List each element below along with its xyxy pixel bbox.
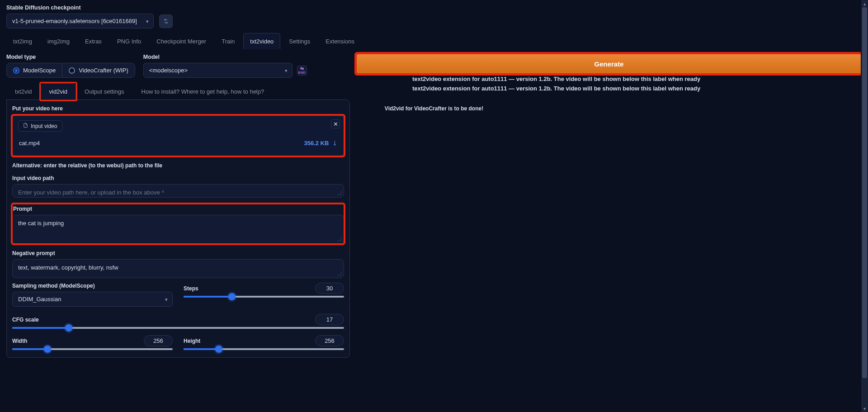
put-video-label: Put your video here (12, 105, 63, 112)
download-icon: ⤓ (330, 140, 337, 147)
vertical-scrollbar[interactable]: ▴ ▾ (861, 0, 868, 412)
steps-label: Steps (184, 285, 198, 292)
scrollbar-thumb[interactable] (862, 7, 867, 378)
arrows-icon: ⇆ (300, 66, 304, 71)
file-size-text: 356.2 KB (304, 140, 329, 147)
prompt-field[interactable]: the cat is jumping (12, 215, 344, 244)
resize-handle-icon[interactable] (337, 237, 341, 241)
chevron-down-icon: ▾ (285, 67, 288, 73)
vid2vid-panel: Put your video here Vid2vid for VideoCra… (6, 99, 350, 358)
model-type-label: Model type (6, 54, 135, 60)
model-value: <modelscope> (149, 67, 188, 74)
model-type-option-label: VideoCrafter (WIP) (79, 67, 128, 74)
tab-settings[interactable]: Settings (282, 33, 317, 49)
scroll-down-button[interactable]: ▾ (861, 405, 868, 412)
send-to-end-button[interactable]: ⇆ END (297, 66, 307, 76)
status-message: text2video extension for auto1111 — vers… (412, 85, 862, 92)
input-video-path-field[interactable]: Enter your video path here, or upload in… (12, 184, 344, 198)
scroll-up-button[interactable]: ▴ (861, 0, 868, 7)
chevron-down-icon: ▾ (146, 18, 149, 24)
sub-tabs: txt2vid vid2vid Output settings How to i… (6, 83, 350, 99)
model-type-segmented: ModelScope VideoCrafter (WIP) (6, 63, 135, 78)
chevron-down-icon: ▾ (165, 296, 168, 302)
cfg-scale-label: CFG scale (12, 317, 39, 323)
model-label: Model (143, 54, 350, 60)
subtab-output-settings[interactable]: Output settings (76, 83, 132, 99)
radio-icon (69, 67, 75, 74)
subtab-help[interactable]: How to install? Where to get help, how t… (133, 83, 273, 99)
tab-txt2img[interactable]: txt2img (6, 33, 39, 49)
model-type-option-label: ModelScope (23, 67, 56, 74)
input-video-filename: cat.mp4 (19, 140, 40, 147)
status-message: text2video extension for auto1111 — vers… (412, 76, 862, 82)
width-value-box[interactable]: 256 (144, 335, 173, 346)
alternative-path-label: Alternative: enter the relative (to the … (12, 162, 344, 169)
height-label: Height (184, 338, 200, 344)
model-type-option-videocrafter[interactable]: VideoCrafter (WIP) (62, 63, 135, 77)
main-tabs: txt2img img2img Extras PNG Info Checkpoi… (0, 30, 868, 49)
end-label: END (298, 71, 306, 74)
subtab-txt2vid[interactable]: txt2vid (6, 83, 41, 99)
tab-checkpoint-merger[interactable]: Checkpoint Merger (150, 33, 213, 49)
document-icon (23, 123, 28, 129)
checkpoint-label: Stable Diffusion checkpoint (6, 5, 862, 11)
radio-checked-icon (13, 67, 19, 74)
sampling-method-label: Sampling method (ModelScope) (12, 283, 173, 289)
tab-img2img[interactable]: img2img (41, 33, 76, 49)
input-video-tag-label: Input video (31, 123, 57, 129)
model-select[interactable]: <modelscope> ▾ (143, 63, 292, 78)
height-value-box[interactable]: 256 (315, 335, 344, 346)
sampling-method-value: DDIM_Gaussian (18, 296, 61, 303)
input-video-filesize[interactable]: 356.2 KB ⤓ (304, 140, 337, 147)
steps-value-box[interactable]: 30 (315, 283, 344, 294)
checkpoint-select[interactable]: v1-5-pruned-emaonly.safetensors [6ce0161… (6, 14, 154, 28)
generate-button[interactable]: Generate (356, 54, 862, 74)
refresh-checkpoint-button[interactable] (159, 14, 173, 28)
resize-handle-icon[interactable] (337, 271, 341, 275)
negative-prompt-field[interactable]: text, watermark, copyright, blurry, nsfw (12, 259, 344, 278)
close-icon: ✕ (333, 121, 338, 128)
vid2vid-note: Vid2vid for VideoCrafter is to be done! (385, 105, 483, 112)
cfg-scale-value-box[interactable]: 17 (315, 314, 344, 325)
width-label: Width (12, 338, 27, 344)
model-type-option-modelscope[interactable]: ModelScope (7, 63, 62, 77)
tab-extras[interactable]: Extras (78, 33, 108, 49)
checkpoint-value: v1-5-pruned-emaonly.safetensors [6ce0161… (12, 18, 137, 24)
input-video-tag: Input video (18, 120, 62, 132)
tab-png-info[interactable]: PNG Info (110, 33, 148, 49)
clear-input-video-button[interactable]: ✕ (331, 119, 340, 128)
swap-icon (162, 18, 170, 25)
tab-train[interactable]: Train (215, 33, 241, 49)
input-video-path-label: Input video path (12, 175, 344, 181)
resize-handle-icon[interactable] (337, 190, 341, 195)
input-video-dropzone[interactable]: Input video ✕ cat.mp4 356.2 KB ⤓ (12, 115, 344, 156)
sampling-method-select[interactable]: DDIM_Gaussian ▾ (12, 292, 173, 307)
negative-prompt-label: Negative prompt (12, 250, 344, 256)
prompt-label: Prompt (12, 204, 344, 215)
subtab-vid2vid[interactable]: vid2vid (41, 83, 76, 99)
tab-extensions[interactable]: Extensions (319, 33, 361, 49)
tab-txt2video[interactable]: txt2video (243, 33, 280, 49)
